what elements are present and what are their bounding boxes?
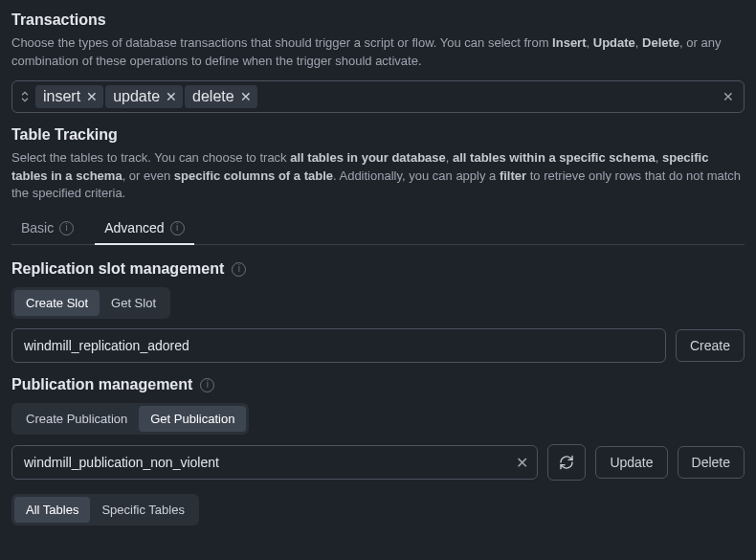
clear-input-icon[interactable]: ✕ — [516, 454, 528, 472]
seg-create-publication[interactable]: Create Publication — [14, 406, 139, 432]
chip-update: update ✕ — [105, 85, 183, 108]
delete-button[interactable]: Delete — [678, 446, 745, 479]
tab-advanced[interactable]: Advanced i — [95, 213, 193, 245]
table-tracking-title: Table Tracking — [11, 126, 745, 144]
table-tracking-desc: Select the tables to track. You can choo… — [11, 149, 745, 204]
sort-icon[interactable] — [18, 90, 32, 103]
transactions-desc: Choose the types of database transaction… — [11, 34, 745, 71]
replication-title: Replication slot management — [11, 260, 224, 278]
publication-input[interactable] — [11, 445, 538, 480]
tab-basic[interactable]: Basic i — [11, 213, 83, 245]
info-icon[interactable]: i — [59, 221, 74, 235]
replication-slot-input[interactable] — [11, 328, 666, 363]
info-icon[interactable]: i — [170, 221, 185, 235]
seg-create-slot[interactable]: Create Slot — [14, 290, 100, 316]
clear-all-icon[interactable]: ✕ — [719, 89, 738, 104]
publication-title: Publication management — [11, 376, 192, 393]
chip-delete: delete ✕ — [185, 85, 257, 108]
transactions-input[interactable]: insert ✕ update ✕ delete ✕ ✕ — [11, 80, 745, 113]
update-button[interactable]: Update — [595, 446, 667, 479]
seg-get-slot[interactable]: Get Slot — [100, 290, 167, 316]
refresh-icon — [559, 455, 574, 470]
info-icon[interactable]: i — [232, 262, 246, 277]
publication-segments: Create Publication Get Publication — [11, 403, 249, 435]
publication-scope-segments: All Tables Specific Tables — [11, 494, 199, 526]
seg-specific-tables[interactable]: Specific Tables — [90, 497, 195, 523]
chip-insert: insert ✕ — [35, 85, 103, 108]
refresh-button[interactable] — [547, 444, 586, 481]
info-icon[interactable]: i — [200, 378, 214, 392]
chip-remove-update[interactable]: ✕ — [166, 90, 177, 103]
table-tracking-tabs: Basic i Advanced i — [11, 213, 745, 245]
chip-remove-delete[interactable]: ✕ — [240, 90, 252, 103]
chip-remove-insert[interactable]: ✕ — [86, 90, 98, 103]
seg-get-publication[interactable]: Get Publication — [139, 406, 246, 432]
create-button[interactable]: Create — [676, 329, 745, 362]
transactions-title: Transactions — [11, 11, 745, 29]
replication-segments: Create Slot Get Slot — [11, 287, 170, 319]
seg-all-tables[interactable]: All Tables — [14, 497, 90, 523]
